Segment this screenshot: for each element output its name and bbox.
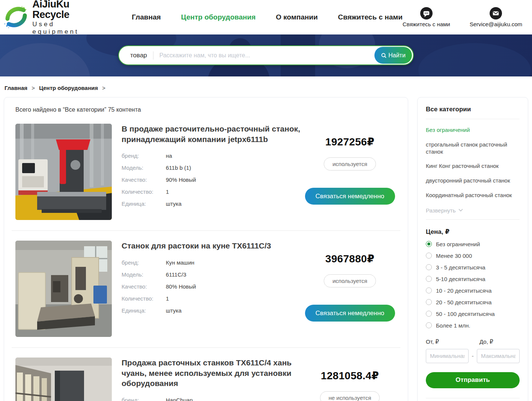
brand-text: AiJiuKu Recycle Used equipment: [32, 0, 97, 36]
price-option-10-20[interactable]: 10 - 20 десятитысяча: [426, 287, 520, 294]
spec-label: Модель:: [122, 165, 166, 171]
price-option-no-limit[interactable]: Без ограничений: [426, 241, 520, 247]
product-row-1: В продаже расточительно-расточный станок…: [12, 114, 400, 230]
radio[interactable]: [426, 287, 432, 293]
radio[interactable]: [426, 253, 432, 259]
product-title[interactable]: Станок для растоки на куне ТХ6111С/3: [122, 241, 303, 251]
radio[interactable]: [426, 299, 432, 305]
breadcrumb-home[interactable]: Главная: [5, 85, 27, 91]
categories-title: Все категории: [426, 106, 520, 113]
product-list-panel: Всего найдено в “Все категории” 75 конте…: [4, 97, 408, 401]
condition-badge: используется: [324, 157, 376, 171]
search-category-selector[interactable]: товар: [130, 52, 147, 59]
spec-label: Количество:: [122, 295, 166, 302]
contact-chat[interactable]: Свяжитесь с нами: [403, 7, 450, 27]
expand-label: Развернуть: [426, 207, 456, 214]
max-price-input[interactable]: [477, 349, 520, 363]
contact-now-button[interactable]: Связаться немедленно: [305, 305, 395, 322]
category-double-sided-boring[interactable]: двусторонний расточный станок: [426, 177, 520, 184]
price-option-3-5[interactable]: 3 - 5 десятитысяча: [426, 264, 520, 271]
filter-sidebar: Все категории Без ограничений строгальны…: [417, 97, 528, 401]
results-summary: Всего найдено в “Все категории” 75 конте…: [12, 97, 400, 114]
product-info: Станок для растоки на куне ТХ6111С/3 бре…: [122, 241, 303, 337]
price-option-50-100[interactable]: 50 - 100 десятитысяча: [426, 311, 520, 317]
product-title[interactable]: В продаже расточительно-расточный станок…: [122, 124, 303, 144]
contact-now-button[interactable]: Связаться немедленно: [305, 188, 395, 205]
contact-chat-label: Свяжитесь с нами: [403, 21, 450, 27]
spec-label: Качество:: [122, 283, 166, 290]
spec-value: штука: [166, 200, 182, 207]
price-option-over-1m[interactable]: Более 1 млн.: [426, 322, 520, 329]
product-image-beige-boring-machine[interactable]: [15, 241, 112, 337]
nav-equipment-center[interactable]: Центр оборудования: [181, 13, 256, 21]
radio-selected[interactable]: [426, 241, 432, 247]
spec-value: 6111С/3: [166, 271, 186, 278]
expand-categories[interactable]: Развернуть: [426, 207, 520, 214]
radio[interactable]: [426, 311, 432, 317]
nav-home[interactable]: Главная: [132, 13, 161, 21]
search-divider: [153, 51, 153, 60]
price-option-5-10[interactable]: 5-10 десятитысяча: [426, 276, 520, 282]
contact-email-label: Service@aijiuku.com: [470, 21, 522, 27]
condition-badge: не используется: [320, 391, 380, 401]
price-filter-title: Цена, ₽: [426, 228, 520, 236]
spec-value: штука: [166, 307, 182, 314]
price-option-label: 20 - 50 десятитысяча: [436, 299, 491, 305]
radio[interactable]: [426, 322, 432, 328]
search-bar: товар Найти: [118, 45, 414, 65]
category-king-kong-boring[interactable]: Кинг Конг расточный станок: [426, 163, 520, 170]
product-image-red-boring-machine[interactable]: [15, 124, 112, 220]
spec-value: на: [166, 153, 172, 159]
hero-banner: товар Найти: [0, 34, 532, 76]
spec-label: бренд:: [122, 397, 166, 401]
product-specs: бренд:HanChuan Модель:611С/4: [122, 397, 303, 401]
price-option-under-30000[interactable]: Менее 30 000: [426, 253, 520, 259]
chevron-down-icon: [458, 209, 463, 212]
chat-bubble-icon: [420, 7, 433, 19]
brand-logo[interactable]: AiJiuKu Recycle Used equipment: [4, 0, 97, 36]
spec-label: Единица:: [122, 307, 166, 314]
category-coordinate-boring[interactable]: Координатный расточный станок: [426, 192, 520, 199]
breadcrumb-separator: >: [32, 85, 35, 91]
contact-email[interactable]: Service@aijiuku.com: [470, 7, 522, 27]
submit-filter-button[interactable]: Отправить: [426, 372, 520, 388]
category-planer-boring[interactable]: строгальный станок расточный станок: [426, 141, 520, 156]
product-specs: бренд:Кун машин Модель:6111С/3 Качество:…: [122, 259, 303, 314]
product-title[interactable]: Продажа расточных станков ТХ611С/4 хань …: [122, 358, 303, 389]
product-specs: бренд:на Модель:611b b (1) Качество:90% …: [122, 153, 303, 207]
product-actions: 3967880₽ используется Связаться немедлен…: [303, 241, 397, 337]
brand-title: AiJiuKu Recycle: [32, 0, 97, 20]
nav-contact[interactable]: Свяжитесь с нами: [338, 13, 403, 21]
price-option-label: Менее 30 000: [436, 253, 472, 259]
radio[interactable]: [426, 264, 432, 270]
range-dash: -: [469, 353, 477, 359]
spec-label: Единица:: [122, 200, 166, 207]
breadcrumb: Главная > Центр оборудования >: [0, 76, 532, 97]
product-info: Продажа расточных станков ТХ611С/4 хань …: [122, 358, 303, 401]
category-no-limit[interactable]: Без ограничений: [426, 127, 520, 134]
product-actions: 1927256₽ используется Связаться немедлен…: [303, 124, 397, 220]
price-range-inputs: -: [426, 349, 520, 363]
min-price-input[interactable]: [426, 349, 469, 363]
condition-badge: используется: [324, 274, 376, 287]
search-button[interactable]: Найти: [374, 47, 412, 64]
radio[interactable]: [426, 276, 432, 282]
price-range-labels: От, ₽ До, ₽: [426, 338, 520, 345]
search-input[interactable]: [159, 52, 374, 59]
envelope-icon: [490, 7, 502, 19]
spec-value: 90% Новый: [166, 177, 196, 183]
search-button-label: Найти: [388, 52, 406, 59]
price-option-label: 50 - 100 десятитысяча: [436, 311, 495, 317]
nav-about[interactable]: О компании: [276, 13, 318, 21]
breadcrumb-equipment-center[interactable]: Центр оборудования: [39, 85, 98, 91]
product-price: 3967880₽: [325, 253, 374, 265]
divider: [426, 398, 520, 398]
price-option-label: Более 1 млн.: [436, 322, 470, 329]
product-row-2: Станок для растоки на куне ТХ6111С/3 бре…: [12, 230, 400, 347]
main-content: Всего найдено в “Все категории” 75 конте…: [0, 97, 532, 401]
price-option-20-50[interactable]: 20 - 50 десятитысяча: [426, 299, 520, 305]
spec-value: HanChuan: [166, 397, 193, 401]
header-contacts: Свяжитесь с нами Service@aijiuku.com: [403, 7, 525, 27]
product-image-old-workshop[interactable]: [15, 358, 112, 401]
divider: [426, 119, 520, 119]
